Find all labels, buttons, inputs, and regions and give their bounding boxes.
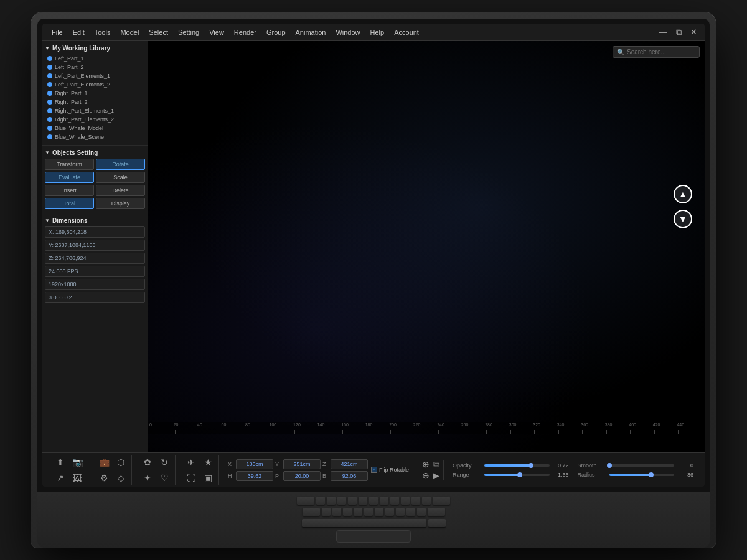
picture-tool-icon[interactable]: 🖼	[70, 471, 84, 485]
key-backspace[interactable]	[433, 497, 450, 505]
menu-tools[interactable]: Tools	[90, 27, 115, 38]
key[interactable]	[327, 497, 336, 505]
h-input[interactable]	[236, 471, 273, 481]
key[interactable]	[390, 497, 399, 505]
close-button[interactable]: ✕	[688, 27, 700, 37]
zoom-out-button[interactable]: ⊖	[422, 471, 430, 480]
list-item[interactable]: Blue_Whale_Model	[45, 124, 145, 133]
transform-button[interactable]: Transform	[45, 159, 94, 170]
key-tab[interactable]	[297, 497, 314, 505]
menu-view[interactable]: View	[205, 27, 228, 38]
key-enter[interactable]	[428, 508, 445, 516]
maximize-button[interactable]: ⧉	[674, 27, 684, 37]
opacity-track[interactable]	[484, 464, 549, 467]
rotate-icon[interactable]: ↻	[157, 455, 171, 469]
star-icon[interactable]: ★	[201, 455, 215, 469]
key[interactable]	[375, 508, 383, 516]
list-item[interactable]: Left_Part_Elements_2	[45, 80, 145, 89]
menu-file[interactable]: File	[47, 27, 67, 38]
flower-icon[interactable]: ✿	[141, 455, 154, 469]
settings-icon[interactable]: ⚙	[97, 471, 111, 485]
menu-render[interactable]: Render	[230, 27, 261, 38]
evaluate-button[interactable]: Evaluate	[45, 172, 94, 183]
key[interactable]	[343, 508, 352, 516]
key[interactable]	[354, 508, 362, 516]
key[interactable]	[332, 508, 341, 516]
key[interactable]	[348, 497, 357, 505]
range-thumb[interactable]	[517, 472, 522, 477]
library-header[interactable]: ▼ My Working Library	[45, 45, 145, 52]
list-item[interactable]: Right_Part_Elements_1	[45, 106, 145, 115]
scale-button[interactable]: Scale	[96, 172, 145, 183]
camera-tool-icon[interactable]: 📷	[70, 455, 84, 469]
menu-animation[interactable]: Animation	[291, 27, 331, 38]
menu-group[interactable]: Group	[262, 27, 290, 38]
key[interactable]	[369, 497, 378, 505]
x-input[interactable]	[236, 459, 273, 469]
radius-track[interactable]	[609, 474, 674, 476]
key[interactable]	[411, 497, 420, 505]
b-input[interactable]	[331, 471, 368, 481]
flip-rotable-checkbox[interactable]	[371, 467, 377, 473]
shape-icon[interactable]: ◇	[114, 471, 128, 485]
radius-thumb[interactable]	[649, 472, 654, 477]
minimize-button[interactable]: —	[657, 27, 670, 37]
objects-header[interactable]: ▼ Objects Setting	[45, 149, 145, 156]
total-button[interactable]: Total	[45, 198, 94, 209]
briefcase-icon[interactable]: 💼	[97, 455, 111, 469]
key-caps[interactable]	[303, 508, 320, 516]
smooth-thumb[interactable]	[607, 463, 612, 468]
menu-window[interactable]: Window	[331, 27, 364, 38]
rotate-button[interactable]: Rotate	[96, 159, 145, 170]
p-input[interactable]	[283, 471, 321, 481]
sun-icon[interactable]: ✦	[141, 471, 154, 485]
list-item[interactable]: Right_Part_Elements_2	[45, 115, 145, 124]
menu-help[interactable]: Help	[366, 27, 389, 38]
key[interactable]	[385, 508, 394, 516]
menu-account[interactable]: Account	[390, 27, 423, 38]
menu-edit[interactable]: Edit	[68, 27, 89, 38]
smooth-track[interactable]	[609, 464, 674, 467]
range-track[interactable]	[484, 474, 549, 476]
insert-button[interactable]: Insert	[45, 185, 94, 196]
key[interactable]	[359, 497, 367, 505]
list-item[interactable]: Left_Part_Elements_1	[45, 72, 145, 80]
plane-icon[interactable]: ✈	[184, 455, 198, 469]
y-input[interactable]	[283, 459, 321, 469]
cube-icon[interactable]: ⬡	[114, 455, 128, 469]
delete-button[interactable]: Delete	[96, 185, 145, 196]
menu-select[interactable]: Select	[144, 27, 172, 38]
move-tool-icon[interactable]: ⬆	[54, 455, 67, 469]
key[interactable]	[322, 508, 331, 516]
list-item[interactable]: Left_Part_1	[45, 54, 145, 63]
key[interactable]	[417, 508, 426, 516]
expand-icon[interactable]: ⛶	[184, 471, 198, 485]
list-item[interactable]: Blue_Whale_Scene	[45, 133, 145, 141]
key[interactable]	[422, 497, 431, 505]
search-input[interactable]	[627, 49, 695, 55]
key[interactable]	[396, 508, 405, 516]
list-item[interactable]: Right_Part_1	[45, 89, 145, 98]
key[interactable]	[380, 497, 388, 505]
key[interactable]	[406, 508, 415, 516]
viewport[interactable]: Y X Z	[148, 41, 705, 452]
z-input[interactable]	[331, 459, 368, 469]
play-button[interactable]: ▶	[433, 471, 439, 480]
key[interactable]	[401, 497, 410, 505]
list-item[interactable]: Left_Part_2	[45, 63, 145, 72]
touchpad[interactable]	[336, 530, 411, 543]
frame-icon[interactable]: ▣	[201, 471, 215, 485]
key-space[interactable]	[302, 519, 426, 528]
dimensions-header[interactable]: ▼ Dimensions	[45, 217, 145, 224]
list-item[interactable]: Right_Part_2	[45, 98, 145, 106]
menu-model[interactable]: Model	[116, 27, 143, 38]
opacity-thumb[interactable]	[529, 463, 533, 468]
copy-button[interactable]: ⧉	[433, 460, 439, 469]
menu-setting[interactable]: Setting	[174, 27, 204, 38]
key[interactable]	[364, 508, 373, 516]
key[interactable]	[337, 497, 346, 505]
key[interactable]	[316, 497, 325, 505]
heart-icon[interactable]: ♡	[157, 471, 171, 485]
share-tool-icon[interactable]: ↗	[54, 471, 67, 485]
zoom-in-button[interactable]: ⊕	[422, 460, 430, 469]
